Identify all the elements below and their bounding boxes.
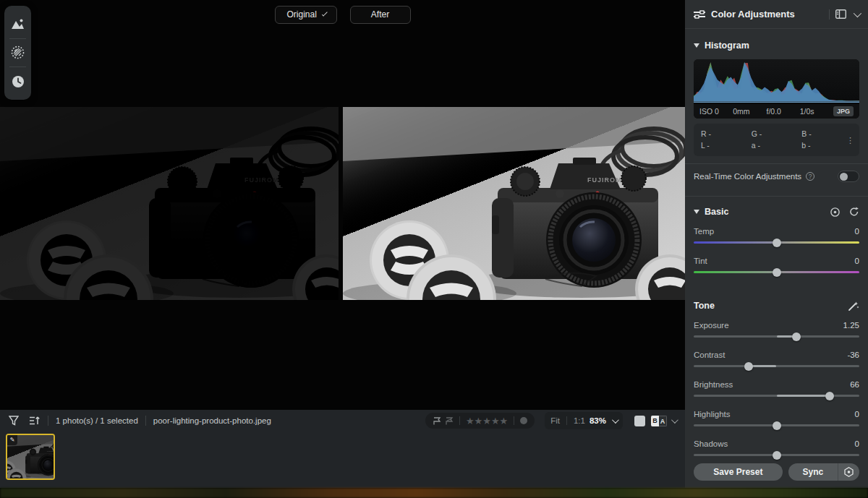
before-after-compare: FUJIROM — [0, 107, 685, 300]
adjustments-sliders-icon — [694, 10, 705, 19]
chevron-down-icon[interactable] — [612, 416, 619, 424]
tone-sliders: Exposure1.25Contrast-36Brightness66Highl… — [685, 317, 868, 465]
filmstrip: 1 photo(s) / 1 selected poor-lighting-pr… — [0, 410, 685, 488]
preview-eye-icon[interactable] — [830, 207, 841, 217]
background-color-swatch[interactable] — [634, 416, 645, 426]
star-icon[interactable]: ★ — [466, 416, 475, 426]
slider-handle[interactable] — [744, 362, 753, 371]
reset-icon[interactable] — [849, 207, 859, 217]
tone-slider-brightness: Brightness66 — [685, 376, 868, 405]
photo-count: 1 photo(s) / 1 selected — [56, 416, 138, 425]
tone-section-title: Tone — [694, 301, 848, 311]
readout-menu-icon[interactable]: ⋮ — [846, 139, 854, 142]
rating-pill: ★★★★★ — [425, 413, 535, 429]
pill-divider — [459, 416, 460, 425]
after-image[interactable]: FUJIROM — [343, 107, 685, 300]
slider-fill — [777, 395, 830, 397]
actual-size-button[interactable]: 1:1 — [574, 416, 585, 425]
exif-aperture: f/0.0 — [767, 107, 800, 116]
basic-section-header[interactable]: Basic — [685, 201, 868, 223]
color-adjustments-panel: Color Adjustments Histogram ISO 0 0mm f/… — [685, 0, 868, 488]
collapse-triangle-icon — [694, 210, 699, 214]
slider-label: Brightness — [694, 380, 733, 389]
flag-reject-icon[interactable] — [445, 417, 454, 425]
zoom-divider — [566, 416, 567, 425]
star-icon[interactable]: ★ — [500, 416, 509, 426]
after-view-label: After — [371, 9, 389, 20]
slider-track[interactable] — [694, 365, 859, 367]
format-badge: JPG — [833, 106, 854, 116]
original-view-dropdown[interactable]: Original — [275, 6, 337, 24]
before-image[interactable]: FUJIROM — [0, 107, 339, 300]
filter-icon[interactable] — [9, 416, 19, 426]
tone-slider-exposure: Exposure1.25 — [685, 317, 868, 346]
histogram-section-title: Histogram — [705, 40, 859, 51]
texture-tools-icon — [11, 46, 25, 59]
readout-b2: b - — [801, 141, 852, 150]
color-readout-box: R - G - B - L - a - b - ⋮ — [694, 124, 859, 156]
slider-handle[interactable] — [773, 239, 781, 247]
histogram-box: ISO 0 0mm f/0.0 1/0s JPG — [694, 59, 859, 119]
fit-button[interactable]: Fit — [550, 416, 560, 425]
viewer-status-row: i — [0, 390, 685, 410]
slider-handle[interactable] — [792, 332, 801, 341]
filename: poor-lighting-product-photo.jpeg — [153, 416, 271, 425]
zoom-level-dropdown[interactable]: 83% — [590, 416, 606, 425]
panel-collapse-chevron-icon[interactable] — [854, 9, 861, 17]
histogram-section-header[interactable]: Histogram — [685, 35, 868, 56]
save-preset-button[interactable]: Save Preset — [694, 463, 783, 481]
slider-value: 1.25 — [843, 321, 859, 330]
star-icon[interactable]: ★ — [491, 416, 500, 426]
slider-handle[interactable] — [773, 421, 781, 430]
realtime-label: Real-Time Color Adjustments — [694, 172, 801, 181]
history-icon — [12, 75, 25, 88]
collapse-triangle-icon — [694, 43, 699, 48]
auto-enhance-wand-icon[interactable] — [848, 301, 859, 312]
slider-track[interactable] — [694, 395, 859, 397]
slider-label: Contrast — [694, 351, 725, 359]
original-view-label: Original — [287, 9, 317, 20]
basic-sliders: Temp0Tint0 — [685, 223, 868, 282]
help-icon[interactable]: ? — [806, 172, 814, 181]
slider-value: 0 — [855, 227, 859, 236]
svg-text:FUJIROM: FUJIROM — [587, 176, 622, 184]
before-half: B — [651, 416, 659, 426]
sort-icon[interactable] — [29, 416, 41, 426]
slider-handle[interactable] — [825, 392, 834, 400]
pill-divider — [514, 416, 514, 425]
star-icon[interactable]: ★ — [475, 416, 483, 426]
history-button[interactable] — [4, 67, 31, 95]
basic-slider-tint: Tint0 — [685, 252, 868, 282]
slider-value: 0 — [855, 439, 859, 448]
slider-track[interactable] — [694, 424, 859, 426]
after-view-button[interactable]: After — [350, 6, 411, 24]
slider-track[interactable] — [694, 454, 859, 456]
photo-tools-button[interactable] — [4, 10, 31, 38]
texture-tools-button[interactable] — [4, 39, 31, 67]
readout-g: G - — [752, 129, 802, 138]
left-toolbar — [4, 6, 31, 100]
sync-button[interactable]: Sync — [788, 463, 838, 481]
chevron-down-icon[interactable] — [671, 416, 678, 424]
flag-pick-icon[interactable] — [433, 417, 441, 425]
histogram-chart[interactable] — [694, 59, 859, 104]
slider-track[interactable] — [694, 271, 859, 273]
slider-handle[interactable] — [773, 451, 781, 460]
star-icon[interactable]: ★ — [482, 416, 491, 426]
readout-r: R - — [701, 129, 752, 138]
before-after-toggle[interactable]: B A — [651, 416, 667, 426]
slider-value: 0 — [855, 257, 859, 265]
tone-section-header[interactable]: Tone — [685, 295, 868, 317]
slider-label: Shadows — [694, 439, 728, 448]
slider-track[interactable] — [694, 335, 859, 338]
thumbnail-selected[interactable]: FUJIROM ✎ — [6, 434, 55, 480]
slider-label: Highlights — [694, 410, 731, 418]
slider-handle[interactable] — [773, 268, 781, 277]
color-label-icon[interactable] — [520, 417, 527, 424]
star-rating: ★★★★★ — [466, 416, 508, 426]
slider-track[interactable] — [694, 241, 859, 244]
panel-layout-icon[interactable] — [835, 9, 846, 19]
sync-settings-button[interactable] — [838, 463, 859, 481]
realtime-toggle[interactable] — [838, 171, 859, 182]
zoom-controls: Fit 1:1 83% — [545, 412, 623, 429]
